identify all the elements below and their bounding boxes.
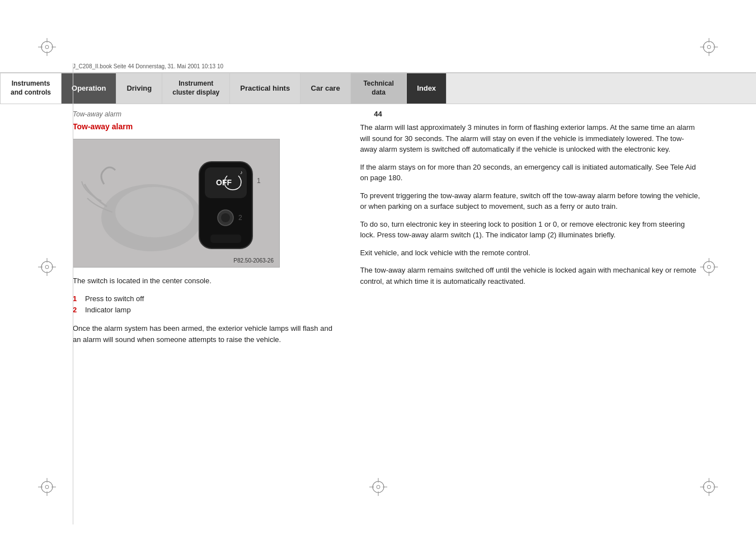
alarm-body-text: Once the alarm system has been armed, th… [73, 323, 340, 345]
right-para-2: If the alarm stays on for more than 20 s… [360, 162, 700, 184]
nav-item-driving[interactable]: Driving [116, 73, 162, 104]
image-caption: P82.50-2063-26 [233, 257, 274, 264]
svg-point-51 [221, 213, 230, 222]
svg-point-18 [703, 481, 715, 493]
svg-point-7 [707, 45, 711, 49]
reg-mark-top-left [38, 38, 56, 56]
svg-point-30 [41, 261, 53, 273]
nav-item-practical-hints[interactable]: Practical hints [230, 73, 300, 104]
nav-item-instrument-cluster[interactable]: Instrument cluster display [162, 73, 230, 104]
svg-point-6 [703, 41, 715, 53]
vertical-rule [73, 63, 73, 524]
page-number: 44 [374, 110, 382, 118]
tow-alarm-image: OFF ♪ 1 2 P82.50-2063-26 [73, 139, 280, 268]
svg-point-31 [45, 265, 49, 269]
right-para-4: To do so, turn electronic key in steerin… [360, 219, 700, 241]
svg-text:OFF: OFF [216, 178, 232, 187]
reg-mark-bottom-right [700, 478, 718, 496]
left-column: Tow-away alarm [73, 122, 340, 489]
reg-mark-right-center [700, 258, 718, 276]
svg-point-0 [41, 41, 53, 53]
nav-item-operation[interactable]: Operation [62, 73, 116, 104]
section-title: Tow-away alarm [73, 122, 340, 131]
list-item-2: 2 Indicator lamp [73, 305, 340, 316]
svg-point-19 [707, 485, 711, 489]
main-content: Tow-away alarm [73, 122, 700, 489]
right-para-6: The tow-away alarm remains switched off … [360, 265, 700, 287]
nav-item-instruments[interactable]: Instruments and controls [0, 73, 62, 104]
svg-point-37 [707, 265, 711, 269]
svg-rect-53 [210, 235, 241, 243]
switch-location-text: The switch is located in the center cons… [73, 275, 340, 287]
svg-text:1: 1 [257, 177, 261, 185]
reg-mark-top-right [700, 38, 718, 56]
reg-mark-left-center [38, 258, 56, 276]
list-item-1: 1 Press to switch off [73, 293, 340, 305]
svg-point-12 [41, 481, 53, 493]
svg-point-44 [115, 187, 194, 237]
svg-point-36 [703, 261, 715, 273]
page-subtitle: Tow-away alarm [73, 110, 121, 118]
svg-point-13 [45, 485, 49, 489]
reg-mark-bottom-left [38, 478, 56, 496]
svg-text:2: 2 [238, 214, 242, 222]
file-info: J_C208_II.book Seite 44 Donnerstag, 31. … [73, 63, 223, 69]
numbered-list: 1 Press to switch off 2 Indicator lamp [73, 293, 340, 317]
right-para-3: To prevent triggering the tow-away alarm… [360, 190, 700, 212]
nav-item-car-care[interactable]: Car care [300, 73, 351, 104]
right-column: The alarm will last approximately 3 minu… [360, 122, 700, 489]
svg-point-1 [45, 45, 49, 49]
right-para-5: Exit vehicle, and lock vehicle with the … [360, 247, 700, 259]
nav-bar: Instruments and controls Operation Drivi… [0, 73, 756, 104]
right-para-1: The alarm will last approximately 3 minu… [360, 122, 700, 155]
svg-text:♪: ♪ [240, 170, 243, 175]
nav-item-technical-data[interactable]: Technical data [351, 73, 407, 104]
nav-item-index[interactable]: Index [407, 73, 447, 104]
